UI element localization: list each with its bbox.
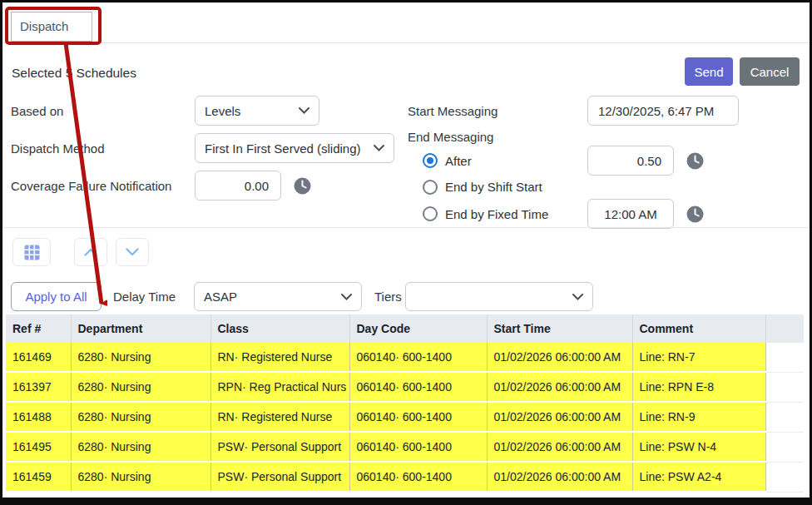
move-down-button[interactable] [116, 238, 149, 266]
table-cell: 161469 [6, 343, 71, 372]
delay-time-label: Delay Time [113, 282, 176, 311]
table-row[interactable]: 1614956280· NursingPSW· Personal Support… [6, 432, 804, 462]
clock-icon[interactable] [686, 152, 704, 170]
coverage-failure-input[interactable]: 0.00 [195, 171, 281, 201]
start-messaging-label: Start Messaging [408, 104, 587, 118]
based-on-label: Based on [11, 104, 195, 118]
based-on-select[interactable]: Levels [195, 96, 319, 126]
table-cell: 01/02/2026 06:00:00 AM [487, 343, 632, 372]
table-cell: 161459 [6, 462, 71, 492]
chevron-down-icon [572, 294, 583, 300]
radio-end-by-fixed-time[interactable]: End by Fixed Time [408, 206, 587, 221]
table-row[interactable]: 1614696280· NursingRN· Registered Nurse0… [6, 343, 804, 372]
table-cell: 6280· Nursing [71, 372, 210, 402]
table-cell: Line: PSW A2-4 [632, 462, 765, 492]
send-button[interactable]: Send [685, 57, 733, 86]
dispatch-dialog: Dispatch Selected 5 Schedules Send Cance… [0, 0, 812, 505]
based-on-value: Levels [205, 104, 240, 118]
radio-shift-label: End by Shift Start [445, 180, 542, 194]
tab-dispatch[interactable]: Dispatch [11, 12, 92, 42]
table-cell: PSW· Personal Support [210, 432, 349, 462]
after-hours-input[interactable]: 0.50 [587, 146, 674, 176]
table-cell: 060140· 600-1400 [349, 462, 487, 492]
coverage-failure-label: Coverage Failure Notification [11, 179, 195, 193]
chevron-down-icon [299, 107, 309, 114]
table-cell: 060140· 600-1400 [349, 402, 487, 432]
form-left-panel: Based on Levels Dispatch Method First In… [11, 96, 402, 201]
radio-selected-icon [423, 153, 438, 168]
table-cell: 060140· 600-1400 [349, 432, 487, 462]
table-cell: RN· Registered Nurse [210, 402, 349, 432]
column-header[interactable]: Ref # [6, 314, 71, 343]
column-header[interactable]: Comment [632, 314, 765, 343]
table-header-row: Ref #DepartmentClassDay CodeStart TimeCo… [6, 314, 804, 343]
table-cell-empty [765, 462, 804, 492]
tiers-label: Tiers [374, 282, 402, 311]
table-cell: 161397 [6, 372, 71, 402]
table-cell: 01/02/2026 06:00:00 AM [487, 462, 632, 492]
dispatch-method-label: Dispatch Method [11, 141, 195, 156]
chevron-down-icon [341, 294, 352, 300]
table-row[interactable]: 1614596280· NursingPSW· Personal Support… [6, 462, 804, 492]
table-cell: 161495 [6, 432, 71, 462]
table-cell: Line: PSW N-4 [632, 432, 765, 462]
chevron-up-icon [84, 248, 97, 256]
radio-end-by-shift-start[interactable]: End by Shift Start [408, 180, 542, 195]
table-cell: 060140· 600-1400 [349, 372, 487, 402]
table-cell-empty [765, 402, 804, 432]
schedules-table: Ref #DepartmentClassDay CodeStart TimeCo… [6, 314, 804, 493]
clock-icon[interactable] [294, 177, 311, 195]
dispatch-method-select[interactable]: First In First Served (sliding) [195, 133, 394, 163]
cancel-button[interactable]: Cancel [740, 57, 800, 86]
radio-after-label: After [445, 154, 472, 168]
tiers-select[interactable] [405, 282, 593, 311]
radio-icon [423, 180, 438, 195]
table-cell-empty [765, 432, 804, 462]
clock-icon[interactable] [686, 205, 704, 223]
table-cell: 6280· Nursing [71, 462, 210, 492]
radio-icon [423, 206, 438, 221]
column-header-empty [765, 314, 804, 343]
chevron-down-icon [374, 145, 384, 151]
fixed-time-input[interactable]: 12:00 AM [587, 199, 674, 229]
delay-time-select[interactable]: ASAP [194, 282, 362, 311]
tab-bar: Dispatch [2, 2, 810, 43]
apply-to-all-button[interactable]: Apply to All [11, 282, 102, 311]
column-header[interactable]: Day Code [349, 314, 487, 343]
column-header[interactable]: Start Time [487, 314, 632, 343]
section-divider [2, 227, 810, 228]
column-chooser-button[interactable] [12, 238, 51, 266]
dispatch-method-value: First In First Served (sliding) [205, 141, 361, 156]
table-cell: RPN· Reg Practical Nurs [210, 372, 349, 402]
selected-schedules-text: Selected 5 Schedules [12, 66, 136, 81]
table-cell: 01/02/2026 06:00:00 AM [487, 432, 632, 462]
table-cell: Line: RN-7 [632, 343, 765, 372]
table-cell: 6280· Nursing [71, 402, 210, 432]
chevron-down-icon [126, 248, 139, 256]
table-row[interactable]: 1614886280· NursingRN· Registered Nurse0… [6, 402, 804, 432]
table-cell: Line: RN-9 [632, 402, 765, 432]
table-cell: 01/02/2026 06:00:00 AM [487, 372, 632, 402]
delay-time-value: ASAP [204, 290, 237, 304]
table-cell: 060140· 600-1400 [349, 343, 487, 372]
table-cell: PSW· Personal Support [210, 462, 349, 492]
table-cell: Line: RPN E-8 [632, 372, 765, 402]
table-cell-empty [765, 343, 804, 372]
end-messaging-label: End Messaging [408, 130, 493, 144]
start-messaging-input[interactable]: 12/30/2025, 6:47 PM [587, 96, 739, 126]
radio-after[interactable]: After [408, 153, 587, 168]
table-cell: RN· Registered Nurse [210, 343, 349, 372]
table-cell-empty [765, 372, 804, 402]
table-row[interactable]: 1613976280· NursingRPN· Reg Practical Nu… [6, 372, 804, 402]
table-cell: 6280· Nursing [71, 432, 210, 462]
table-cell: 6280· Nursing [71, 343, 210, 372]
table-cell: 161488 [6, 402, 71, 432]
table-cell: 01/02/2026 06:00:00 AM [487, 402, 632, 432]
radio-fixed-label: End by Fixed Time [445, 207, 548, 221]
column-header[interactable]: Class [210, 314, 349, 343]
grid-icon [24, 245, 40, 260]
column-header[interactable]: Department [71, 314, 210, 343]
move-up-button[interactable] [74, 238, 107, 266]
form-right-panel: Start Messaging 12/30/2025, 6:47 PM End … [408, 96, 807, 229]
